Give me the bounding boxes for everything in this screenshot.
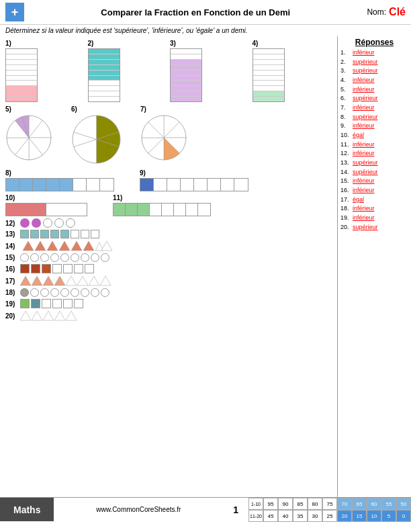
item-14-row: 14): [5, 240, 332, 251]
item-1-shape: [5, 48, 38, 102]
response-item: 15.inférieur: [340, 177, 408, 186]
svg-marker-21: [43, 311, 54, 320]
response-item: 10.égal: [340, 131, 408, 140]
score-cell: 50: [396, 498, 411, 510]
score-cell: 35: [293, 510, 308, 522]
score-label-2: 11-20: [248, 510, 263, 522]
page-title: Comparer la Fraction en Fonction de un D…: [30, 7, 361, 17]
footer-url: www.CommonCoreSheets.fr: [54, 498, 223, 521]
responses-header: Réponses: [340, 38, 408, 47]
score-cell: 60: [367, 498, 381, 510]
score-cell: 10: [367, 510, 381, 522]
response-item: 19.inférieur: [340, 214, 408, 223]
response-item: 7.inférieur: [340, 103, 408, 113]
item-7-label: 7): [140, 105, 146, 113]
response-item: 14.supérieur: [340, 168, 408, 177]
svg-marker-11: [20, 276, 31, 285]
item-2-shape: [88, 48, 120, 102]
response-item: 16.inférieur: [340, 186, 408, 195]
item-11-shape: [113, 203, 211, 216]
svg-marker-5: [47, 241, 58, 251]
item-2-label: 2): [88, 40, 94, 47]
item-20-row: 20): [5, 310, 332, 321]
item-5-shape: [5, 114, 52, 163]
score-cell: 65: [352, 498, 367, 510]
item-3-label: 3): [170, 40, 176, 47]
cle-label: Clé: [389, 6, 406, 18]
responses-column: Réponses 1.inférieur2.supérieur3.supérie…: [337, 36, 411, 497]
item-5-label: 5): [5, 105, 11, 113]
left-content: 1) 2): [0, 36, 337, 497]
responses-list: 1.inférieur2.supérieur3.supérieur4.infér…: [340, 48, 408, 232]
svg-marker-19: [20, 311, 31, 320]
response-item: 3.supérieur: [340, 66, 408, 76]
item-4-label: 4): [253, 40, 259, 47]
score-cell: 70: [337, 498, 352, 510]
item-8-label: 8): [5, 169, 11, 177]
response-item: 18.inférieur: [340, 204, 408, 214]
svg-marker-6: [59, 241, 70, 251]
response-item: 4.inférieur: [340, 76, 408, 85]
response-item: 2.supérieur: [340, 58, 408, 67]
footer: Maths www.CommonCoreSheets.fr 1 1-109590…: [0, 497, 411, 521]
svg-marker-10: [101, 241, 112, 251]
response-item: 1.inférieur: [340, 48, 408, 58]
item-8-shape: [5, 178, 114, 191]
score-cell: 90: [278, 498, 293, 510]
logo: +: [5, 3, 24, 21]
svg-marker-3: [23, 241, 34, 251]
svg-marker-4: [35, 241, 46, 251]
score-cell: 80: [308, 498, 322, 510]
svg-marker-23: [66, 311, 77, 320]
svg-marker-7: [71, 241, 82, 251]
svg-marker-22: [54, 311, 65, 320]
response-item: 12.inférieur: [340, 149, 408, 159]
item-10-label: 10): [5, 194, 15, 202]
score-cell: 45: [263, 510, 278, 522]
item-11-label: 11): [113, 194, 122, 202]
main-area: 1) 2): [0, 36, 411, 497]
instruction: Déterminez si la valeur indiquée est 'su…: [0, 25, 411, 36]
item-18-row: 18): [5, 288, 332, 297]
score-cell: 95: [263, 498, 278, 510]
score-cell: 55: [381, 498, 396, 510]
footer-page: 1: [223, 498, 248, 521]
item-19-row: 19): [5, 299, 332, 308]
item-10-shape: [5, 203, 87, 216]
item-9-shape: [140, 178, 248, 191]
header: + Comparer la Fraction en Fonction de un…: [0, 0, 411, 25]
score-cell: 5: [381, 510, 396, 522]
svg-marker-14: [54, 276, 65, 285]
svg-marker-16: [77, 276, 88, 285]
svg-marker-15: [66, 276, 77, 285]
item-6-shape: [71, 114, 122, 166]
footer-brand: Maths: [0, 498, 54, 521]
response-item: 13.supérieur: [340, 159, 408, 168]
item-17-row: 17): [5, 275, 332, 286]
score-cell: 85: [293, 498, 308, 510]
response-item: 17.égal: [340, 195, 408, 205]
svg-marker-12: [32, 276, 42, 285]
score-cell: 25: [322, 510, 337, 522]
footer-scores: 1-1095908580757065605550 11-204540353025…: [248, 498, 411, 521]
item-15-row: 15): [5, 253, 332, 262]
score-cell: 30: [308, 510, 322, 522]
svg-marker-17: [89, 276, 99, 285]
item-7-shape: [140, 114, 187, 163]
svg-marker-8: [83, 241, 94, 251]
response-item: 8.supérieur: [340, 113, 408, 122]
item-9-label: 9): [140, 169, 146, 177]
item-12-row: 12): [5, 218, 332, 228]
svg-marker-13: [43, 276, 54, 285]
svg-marker-20: [32, 311, 42, 320]
response-item: 6.supérieur: [340, 94, 408, 103]
response-item: 20.supérieur: [340, 223, 408, 232]
score-cell: 40: [278, 510, 293, 522]
item-1-label: 1): [5, 40, 11, 47]
score-cell: 75: [322, 498, 337, 510]
score-cell: 15: [352, 510, 367, 522]
item-4-shape: [253, 48, 285, 102]
score-cell: 0: [396, 510, 411, 522]
item-6-label: 6): [71, 105, 77, 113]
score-cell: 20: [337, 510, 352, 522]
